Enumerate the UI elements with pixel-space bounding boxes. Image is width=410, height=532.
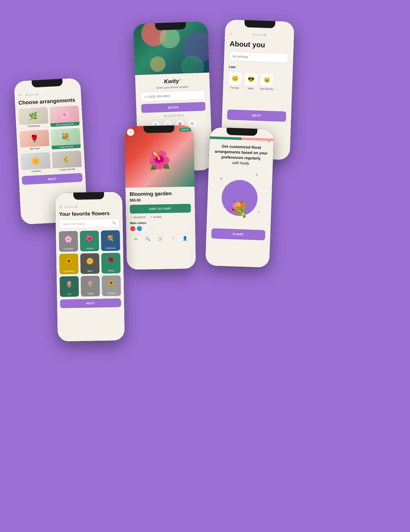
- next-button[interactable]: NEXT: [22, 173, 83, 185]
- hortensia-image: 💐: [101, 230, 120, 246]
- next-button[interactable]: NEXT: [227, 109, 286, 122]
- carnation-image: 🌸: [59, 231, 78, 247]
- phone-notch: [73, 192, 104, 200]
- orchid-image: 🌺: [80, 230, 99, 247]
- flower-sunflowers[interactable]: 🌻 Sunflowers: [59, 254, 78, 274]
- flower-orchid[interactable]: 🌺 Orchid: [80, 230, 99, 251]
- arrangement-bar[interactable]: 🌸 Bar arrangement: [49, 105, 80, 127]
- bouquet-image: 💐: [229, 200, 249, 219]
- or-divider: OR ENTER WITH: [141, 113, 206, 118]
- flower-gerbera[interactable]: 🌻 Gerbera: [102, 275, 121, 296]
- add-to-cart-button[interactable]: ADD TO CART: [130, 204, 191, 214]
- bar-image: 🌸: [49, 105, 79, 123]
- search-bar[interactable]: Search for flowers... 🔍: [59, 219, 119, 228]
- bubble-2: [159, 27, 180, 49]
- gender-female[interactable]: 😊 Female: [228, 72, 242, 89]
- start-button[interactable]: START: [211, 228, 265, 240]
- flower-peony[interactable]: 🌹 Peony: [101, 253, 120, 274]
- cart-icon[interactable]: 🛒: [158, 236, 163, 241]
- phone-input[interactable]: [141, 90, 205, 102]
- product-price: $55.00: [130, 197, 191, 202]
- app-logo: Kwity+: [140, 77, 204, 86]
- flower-tulips[interactable]: 🌷 Tulips: [81, 276, 100, 296]
- bloom-body: Blooming garden $55.00 ADD TO CART ♡ FAV…: [125, 187, 195, 234]
- page-title: Your favorite flowers: [55, 210, 123, 220]
- star-3: ✦: [258, 211, 260, 214]
- loose-wild-image: 🌾: [52, 150, 82, 168]
- colors-label: Main colors:: [130, 220, 191, 225]
- flower-hortensia[interactable]: 💐 Hortensia: [101, 230, 120, 251]
- peony-image: 🌹: [101, 253, 120, 269]
- tulips-image: 🌷: [81, 276, 100, 292]
- female-emoji: 😊: [228, 72, 242, 86]
- heart-icon: ♡: [130, 216, 132, 219]
- search-icon[interactable]: 🔍: [145, 236, 150, 241]
- gender-self-identify[interactable]: 😸 Self-identify: [260, 73, 274, 91]
- color-red[interactable]: [130, 226, 135, 231]
- next-button[interactable]: NEXT: [60, 298, 121, 308]
- color-white[interactable]: [144, 226, 149, 231]
- floral-illustration: 💐 ✦ ✦ ✦: [216, 169, 264, 222]
- i-am-label: I am: [229, 65, 288, 71]
- back-button[interactable]: ←: [18, 93, 22, 98]
- profile-icon[interactable]: 👤: [182, 236, 187, 240]
- star-1: ✦: [255, 173, 259, 177]
- arrangement-compact[interactable]: 🌼 Compact: [20, 152, 51, 174]
- arrangement-long-low[interactable]: 💐 Long and low: [51, 128, 81, 150]
- progress-indicator: 2 ——— 3: [26, 93, 38, 96]
- page-title: About you: [230, 40, 289, 50]
- share-icon: ↗: [150, 216, 152, 219]
- flower-carnation[interactable]: 🌸 Carnation: [59, 231, 78, 252]
- bottom-nav: ✂ 🔍 🛒 ♡ 👤: [126, 233, 196, 244]
- phone-custom: × Get customized floral arrangements bas…: [205, 127, 274, 268]
- custom-body: Get customized floral arrangements based…: [206, 139, 274, 245]
- custom-description: Get customized floral arrangements based…: [214, 143, 268, 166]
- favorite-label: FAVORITE: [133, 216, 146, 219]
- male-label: Male: [248, 87, 253, 90]
- bloom-hero-image: ← EXOTIC 🌺: [124, 125, 194, 188]
- share-action[interactable]: ↗ SHARE: [150, 216, 162, 219]
- search-placeholder: Search for flowers...: [63, 222, 88, 226]
- phone-notch: [144, 125, 174, 133]
- male-emoji: 😎: [244, 72, 258, 86]
- gender-options: 😊 Female 😎 Male 😸 Self-identify: [228, 72, 288, 91]
- back-button[interactable]: ←: [229, 31, 233, 36]
- phone-flowers: ← 1 ——— 3 Your favorite flowers Search f…: [55, 192, 125, 342]
- heart-icon[interactable]: ♡: [171, 236, 175, 241]
- bud-vase-image: 🌹: [19, 130, 49, 148]
- back-button[interactable]: ←: [127, 129, 134, 136]
- back-button[interactable]: ←: [59, 205, 63, 209]
- self-identify-emoji: 😸: [260, 73, 274, 87]
- favorite-action[interactable]: ♡ FAVORITE: [130, 216, 146, 219]
- tulips-label: Tulips: [81, 292, 100, 295]
- arrangement-loose-wild[interactable]: 🌾 Loose and wild: [52, 150, 82, 173]
- lily-image: 🌷: [60, 276, 79, 292]
- gender-male[interactable]: 😎 Male: [244, 72, 258, 90]
- mum-image: 🌼: [80, 253, 99, 269]
- centerpiece-image: 🌿: [18, 107, 48, 125]
- color-blue[interactable]: [137, 226, 142, 231]
- flower-mum[interactable]: 🌼 Mum: [80, 253, 99, 274]
- flower-lily[interactable]: 🌷 Lily: [60, 276, 79, 297]
- phone-bloom: ← EXOTIC 🌺 Blooming garden $55.00 ADD TO…: [124, 125, 196, 270]
- phone-notch: [226, 128, 257, 136]
- exotic-badge: EXOTIC: [179, 128, 191, 132]
- star-2: ✦: [220, 177, 223, 181]
- orchid-label: Orchid: [80, 246, 99, 250]
- bubble-4: [150, 56, 166, 72]
- birthday-input[interactable]: [229, 52, 288, 63]
- long-low-image: 💐: [51, 128, 81, 146]
- arrangement-centerpiece[interactable]: 🌿 Centerpiece: [18, 107, 48, 129]
- about-body: About you I am 😊 Female 😎 Male 😸 Self-id…: [222, 38, 294, 124]
- color-light[interactable]: [150, 226, 155, 231]
- flower-image: 🌺: [148, 149, 171, 171]
- login-body: Kwity+ Enter your phone number ENTER OR …: [135, 73, 211, 134]
- enter-button[interactable]: ENTER: [141, 102, 206, 113]
- close-button[interactable]: ×: [268, 139, 270, 144]
- sunflowers-image: 🌻: [59, 254, 78, 270]
- arrangement-bud-vase[interactable]: 🌹 Bud vase: [19, 130, 50, 152]
- arrangements-grid: 🌿 Centerpiece 🌸 Bar arrangement 🌹 Bud va…: [15, 105, 85, 174]
- scissors-icon[interactable]: ✂: [134, 237, 138, 242]
- female-label: Female: [230, 86, 239, 89]
- lily-label: Lily: [60, 292, 79, 296]
